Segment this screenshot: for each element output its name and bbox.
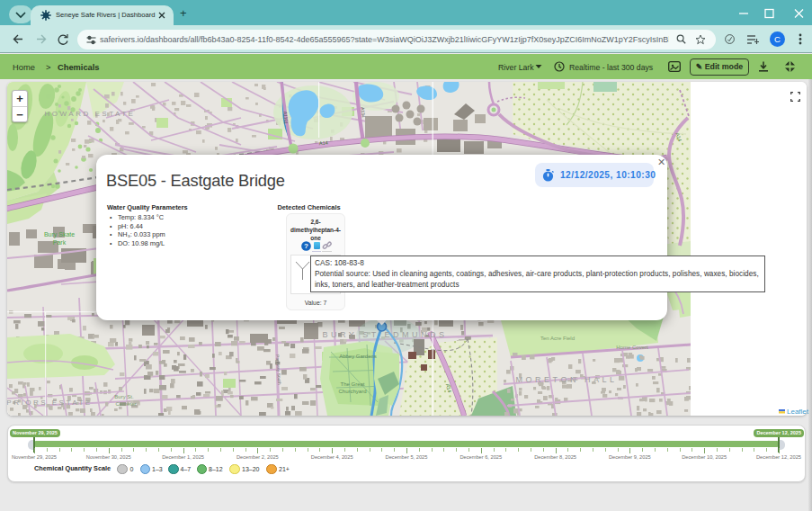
svg-text:The Great: The Great xyxy=(340,381,364,387)
svg-text:A14: A14 xyxy=(319,140,328,147)
svg-text:Park: Park xyxy=(53,239,67,246)
svg-text:MORETON HALL: MORETON HALL xyxy=(516,375,618,384)
svg-text:Bury Skate: Bury Skate xyxy=(44,231,75,238)
svg-text:Ten Acre Field: Ten Acre Field xyxy=(540,336,575,341)
svg-text:Bury St.: Bury St. xyxy=(114,394,134,399)
svg-text:PRIORS ESTATE: PRIORS ESTATE xyxy=(7,399,93,407)
svg-text:A134: A134 xyxy=(360,107,366,118)
svg-text:Home Covert: Home Covert xyxy=(616,345,648,350)
svg-text:Abbey Gardens: Abbey Gardens xyxy=(339,354,377,359)
svg-text:?: ? xyxy=(304,242,308,250)
svg-text:BURY ST EDMUNDS: BURY ST EDMUNDS xyxy=(322,330,447,339)
svg-text:Cemeter: Cemeter xyxy=(115,401,136,407)
svg-text:HOWARD ESTATE: HOWARD ESTATE xyxy=(45,110,136,118)
svg-text:A1101: A1101 xyxy=(282,112,289,125)
svg-text:Churchyard: Churchyard xyxy=(338,389,366,394)
